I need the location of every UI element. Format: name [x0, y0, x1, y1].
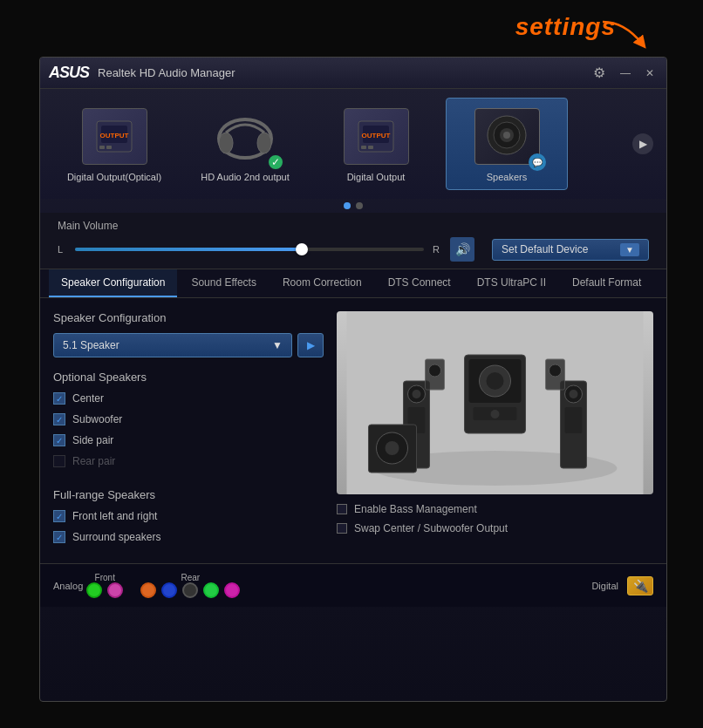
close-button[interactable]: ✕	[642, 65, 658, 81]
svg-rect-33	[565, 407, 583, 433]
set-default-device-button[interactable]: Set Default Device ▼	[492, 239, 649, 261]
front-lr-checkbox[interactable]	[53, 510, 65, 522]
rear-jack-1[interactable]	[140, 582, 156, 598]
rear-jack-5[interactable]	[224, 582, 240, 598]
volume-label: Main Volume	[58, 220, 649, 232]
digital-section: Digital 🔌	[591, 576, 653, 595]
volume-fill	[75, 248, 302, 251]
rear-jack-3[interactable]	[182, 582, 198, 598]
svg-point-23	[487, 372, 504, 390]
tab-speaker-configuration[interactable]: Speaker Configuration	[49, 269, 177, 297]
svg-rect-12	[361, 146, 366, 149]
svg-text:OUTPUT: OUTPUT	[100, 132, 129, 139]
mute-button[interactable]: 🔊	[450, 237, 474, 262]
main-window: ASUS Realtek HD Audio Manager ⚙ — ✕ OUTP…	[39, 57, 667, 702]
swap-output-checkbox[interactable]	[337, 523, 347, 534]
output-icon-2: OUTPUT	[344, 108, 409, 165]
bass-management-checkbox[interactable]	[337, 504, 347, 514]
right-panel: Enable Bass Management Swap Center / Sub…	[337, 311, 653, 550]
svg-text:OUTPUT: OUTPUT	[362, 132, 391, 139]
front-label: Front	[95, 573, 115, 582]
rear-jack-4[interactable]	[203, 582, 219, 598]
digital-label: Digital	[591, 581, 618, 591]
page-dot-1[interactable]	[344, 202, 351, 209]
speaker-select-row: 5.1 Speaker ▼ ▶	[53, 333, 324, 357]
svg-point-8	[257, 133, 271, 153]
tabs-area: Speaker Configuration Sound Effects Room…	[40, 269, 666, 298]
tab-dts-ultrapc[interactable]: DTS UltraPC II	[465, 269, 558, 297]
digital-icon[interactable]: 🔌	[627, 576, 653, 595]
side-pair-label: Side pair	[72, 434, 113, 446]
center-checkbox[interactable]	[53, 392, 65, 405]
optional-speakers-title: Optional Speakers	[53, 371, 324, 384]
tab-dts-connect[interactable]: DTS Connect	[376, 269, 463, 297]
tab-default-format[interactable]: Default Format	[560, 269, 653, 297]
speaker-test-play-button[interactable]: ▶	[297, 333, 324, 357]
asus-logo: ASUS	[49, 64, 89, 82]
page-dots	[40, 199, 666, 213]
svg-point-28	[413, 390, 421, 398]
subwoofer-checkbox[interactable]	[53, 413, 65, 425]
checkbox-rear-pair: Rear pair	[53, 453, 324, 469]
device-label-digital-output: Digital Output	[347, 172, 406, 182]
front-jack-2[interactable]	[107, 582, 123, 598]
settings-gear-button[interactable]: ⚙	[590, 64, 609, 83]
bottom-bar: Analog Front Rear Digital 🔌	[40, 563, 666, 607]
settings-arrow-icon	[598, 17, 651, 52]
svg-point-7	[219, 133, 233, 153]
page-dot-2[interactable]	[356, 202, 363, 209]
bass-management-row: Enable Bass Management	[337, 503, 653, 515]
speaker-type-dropdown[interactable]: 5.1 Speaker ▼	[53, 333, 292, 357]
device-img-digital-output: OUTPUT	[341, 105, 411, 167]
svg-point-40	[549, 364, 562, 377]
checkbox-center: Center	[53, 391, 324, 406]
svg-rect-13	[368, 146, 373, 149]
analog-label: Analog	[53, 581, 83, 591]
device-card-speakers[interactable]: 💬 Speakers	[446, 98, 568, 190]
device-label-speakers: Speakers	[487, 172, 527, 182]
volume-slider[interactable]	[75, 248, 424, 251]
surround-label: Surround speakers	[72, 531, 160, 543]
tab-room-correction[interactable]: Room Correction	[270, 269, 374, 297]
front-jack-1[interactable]	[86, 582, 102, 598]
svg-rect-5	[106, 146, 112, 149]
volume-area: Main Volume L R 🔊 Set Default Device ▼	[40, 213, 666, 269]
device-label-digital-optical: Digital Output(Optical)	[67, 172, 161, 182]
checkbox-surround: Surround speakers	[53, 529, 324, 545]
default-device-label: Set Default Device	[502, 243, 588, 255]
device-card-digital-output[interactable]: OUTPUT Digital Output	[315, 99, 437, 189]
l-label: L	[58, 244, 66, 255]
full-range-title: Full-range Speakers	[53, 488, 324, 501]
rear-label: Rear	[181, 573, 200, 582]
rear-pair-checkbox[interactable]	[53, 455, 65, 467]
rear-jack-2[interactable]	[161, 582, 177, 598]
active-check-icon: ✓	[267, 153, 284, 171]
device-label-hd-audio: HD Audio 2nd output	[201, 172, 290, 182]
svg-rect-4	[99, 146, 105, 149]
device-img-speakers: 💬	[472, 105, 542, 167]
tab-sound-effects[interactable]: Sound Effects	[179, 269, 269, 297]
rear-pair-label: Rear pair	[72, 455, 115, 467]
side-pair-checkbox[interactable]	[53, 434, 65, 446]
swap-output-label: Swap Center / Subwoofer Output	[354, 522, 508, 534]
checkbox-side-pair: Side pair	[53, 432, 324, 448]
left-panel: Speaker Configuration 5.1 Speaker ▼ ▶ Op…	[53, 311, 324, 550]
device-img-digital-optical: OUTPUT	[79, 105, 149, 167]
speaker-type-value: 5.1 Speaker	[63, 339, 119, 351]
checkbox-subwoofer: Subwoofer	[53, 412, 324, 427]
output-icon: OUTPUT	[82, 108, 147, 165]
tabs-row: Speaker Configuration Sound Effects Room…	[40, 269, 666, 297]
app-title: Realtek HD Audio Manager	[98, 66, 581, 79]
next-device-arrow[interactable]: ▶	[632, 133, 653, 154]
device-card-hd-audio[interactable]: ✓ HD Audio 2nd output	[184, 99, 306, 189]
title-bar: ASUS Realtek HD Audio Manager ⚙ — ✕	[40, 58, 666, 89]
svg-point-25	[491, 410, 500, 418]
bass-management-label: Enable Bass Management	[354, 503, 477, 515]
surround-checkbox[interactable]	[53, 531, 65, 543]
center-label: Center	[72, 392, 104, 405]
minimize-button[interactable]: —	[618, 65, 633, 81]
content-area: Speaker Configuration 5.1 Speaker ▼ ▶ Op…	[40, 298, 666, 563]
device-card-digital-optical[interactable]: OUTPUT Digital Output(Optical)	[53, 99, 175, 189]
checkbox-front-lr: Front left and right	[53, 508, 324, 524]
volume-thumb[interactable]	[296, 243, 308, 255]
